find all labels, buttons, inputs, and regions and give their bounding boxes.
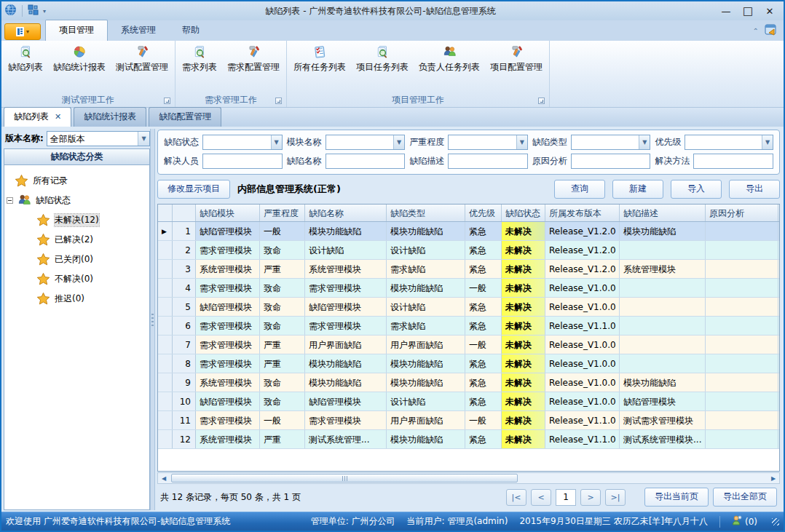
ribbon-button-需求列表[interactable]: 需求列表 xyxy=(177,43,222,74)
ribbon-tab-系统管理[interactable]: 系统管理 xyxy=(108,20,169,41)
table-row[interactable]: 7需求管理模块严重用户界面缺陷用户界面缺陷一般未解决Release_V1.0.0 xyxy=(158,336,779,354)
minimize-button[interactable]: — xyxy=(715,3,737,19)
column-header-module[interactable]: 缺陷模块 xyxy=(196,205,260,221)
scrollbar-thumb[interactable] xyxy=(171,474,518,483)
column-header-release[interactable]: 所属发布版本 xyxy=(545,205,620,221)
action-button-新建[interactable]: 新建 xyxy=(612,180,663,199)
column-header-cause[interactable]: 原因分析 xyxy=(706,205,778,221)
table-row[interactable]: 5缺陷管理模块致命缺陷管理模块设计缺陷紧急未解决Release_V1.0.0 xyxy=(158,298,779,317)
first-page-button[interactable]: |< xyxy=(506,489,526,506)
cell-type: 设计缺陷 xyxy=(387,298,465,316)
horizontal-scrollbar[interactable]: ◀ ▶ xyxy=(157,472,780,484)
prev-page-button[interactable]: < xyxy=(531,489,551,506)
table-row[interactable]: 2需求管理模块致命设计缺陷设计缺陷紧急未解决Release_V1.2.0 xyxy=(158,241,779,260)
column-header-num[interactable] xyxy=(173,205,196,221)
tree-node[interactable]: 已解决(2) xyxy=(4,230,149,250)
column-header-name[interactable]: 缺陷名称 xyxy=(305,205,387,221)
chevron-down-icon[interactable]: ▼ xyxy=(271,135,282,149)
chevron-down-icon[interactable]: ▼ xyxy=(393,135,404,149)
table-row[interactable]: 9系统管理模块致命模块功能缺陷模块功能缺陷紧急未解决Release_V1.0.0… xyxy=(158,373,779,392)
action-button-导出[interactable]: 导出 xyxy=(729,180,780,199)
filter-input[interactable] xyxy=(326,154,406,169)
filter-combo[interactable]: ▼ xyxy=(448,135,528,150)
table-row[interactable]: 12系统管理模块严重测试系统管理...模块功能缺陷紧急未解决Release_V1… xyxy=(158,430,779,449)
filter-combo[interactable]: ▼ xyxy=(202,135,283,150)
collapse-ribbon-icon[interactable]: ⌃ xyxy=(753,27,759,35)
last-page-button[interactable]: >| xyxy=(605,489,626,506)
column-header-severity[interactable]: 严重程度 xyxy=(260,205,305,221)
app-globe-icon[interactable] xyxy=(4,4,17,18)
column-header-status[interactable]: 缺陷状态 xyxy=(502,205,545,221)
table-row[interactable]: 10缺陷管理模块致命缺陷管理模块设计缺陷紧急未解决Release_V1.0.0缺… xyxy=(158,392,779,411)
export-all-pages-button[interactable]: 导出全部页 xyxy=(713,488,777,507)
collapse-node-icon[interactable] xyxy=(7,197,13,204)
column-header-priority[interactable]: 优先级 xyxy=(465,205,502,221)
scroll-right-icon[interactable]: ▶ xyxy=(768,473,779,483)
chevron-down-icon[interactable]: ▼ xyxy=(639,135,650,149)
dialog-launcher-icon[interactable] xyxy=(164,98,170,104)
table-row[interactable]: 11需求管理模块一般需求管理模块用户界面缺陷一般未解决Release_V1.1.… xyxy=(158,411,779,430)
action-button-查询[interactable]: 查询 xyxy=(554,180,605,199)
action-button-导入[interactable]: 导入 xyxy=(671,180,722,199)
dialog-launcher-icon[interactable] xyxy=(275,98,282,104)
tree-node[interactable]: 所有记录 xyxy=(4,171,149,191)
tree-node[interactable]: 未解决(12) xyxy=(4,210,149,230)
column-header-type[interactable]: 缺陷类型 xyxy=(387,205,465,221)
chevron-down-icon[interactable]: ▼ xyxy=(138,132,149,146)
filter-input[interactable] xyxy=(202,154,283,169)
resize-grip[interactable] xyxy=(772,518,779,525)
tree-node[interactable]: 推迟(0) xyxy=(4,289,149,309)
cell-severity: 严重 xyxy=(260,336,305,354)
doc-tab-缺陷配置管理[interactable]: 缺陷配置管理 xyxy=(149,107,221,127)
filter-combo[interactable]: ▼ xyxy=(571,135,651,150)
table-row[interactable]: ▶1缺陷管理模块一般模块功能缺陷模块功能缺陷紧急未解决Release_V1.2.… xyxy=(158,222,779,241)
tree-node[interactable]: 缺陷状态 xyxy=(4,191,149,210)
filter-input[interactable] xyxy=(693,154,773,169)
help-icon[interactable] xyxy=(765,24,778,38)
ribbon-button-缺陷列表[interactable]: 缺陷列表 xyxy=(3,43,48,74)
chevron-down-icon[interactable]: ▼ xyxy=(762,135,773,149)
column-header-method[interactable]: 解决方法 xyxy=(778,205,780,221)
ribbon-button-负责人任务列表[interactable]: 负责人任务列表 xyxy=(414,43,485,74)
ribbon-button-项目任务列表[interactable]: 项目任务列表 xyxy=(351,43,414,74)
ribbon-button-需求配置管理[interactable]: 需求配置管理 xyxy=(222,43,285,74)
filter-label: 解决人员 xyxy=(164,155,199,167)
chevron-down-icon[interactable]: ▼ xyxy=(516,135,527,149)
ribbon-button-项目配置管理[interactable]: 项目配置管理 xyxy=(485,43,548,74)
filter-combo[interactable]: ▼ xyxy=(685,135,773,150)
splitter-handle[interactable] xyxy=(150,129,155,510)
doc-tab-缺陷列表[interactable]: 缺陷列表✕ xyxy=(4,107,71,127)
scroll-left-icon[interactable]: ◀ xyxy=(158,473,170,483)
page-number-input[interactable]: 1 xyxy=(556,489,576,506)
filter-input[interactable] xyxy=(448,154,528,169)
ribbon-body: 缺陷列表缺陷统计报表测试配置管理测试管理工作需求列表需求配置管理需求管理工作所有… xyxy=(1,41,784,108)
column-header-desc[interactable]: 缺陷描述 xyxy=(620,205,706,221)
ribbon-button-缺陷统计报表[interactable]: 缺陷统计报表 xyxy=(48,43,111,74)
ribbon-tab-项目管理[interactable]: 项目管理 xyxy=(45,20,108,41)
maximize-button[interactable]: □ xyxy=(737,3,759,19)
filter-combo[interactable]: ▼ xyxy=(326,135,406,150)
ribbon-button-所有任务列表[interactable]: 所有任务列表 xyxy=(288,43,351,74)
customize-grid-icon[interactable] xyxy=(28,4,39,17)
table-row[interactable]: 6需求管理模块致命需求管理模块需求缺陷紧急未解决Release_V1.1.0 xyxy=(158,317,779,336)
filter-input[interactable] xyxy=(571,154,651,169)
tree-node-label: 未解决(12) xyxy=(55,214,99,226)
tree-node[interactable]: 已关闭(0) xyxy=(4,250,149,269)
tree-node[interactable]: 不解决(0) xyxy=(4,269,149,289)
close-button[interactable]: ✕ xyxy=(759,3,781,19)
table-row[interactable]: 3系统管理模块严重系统管理模块需求缺陷紧急未解决Release_V1.2.0系统… xyxy=(158,260,779,279)
dialog-launcher-icon[interactable] xyxy=(538,98,545,104)
close-tab-icon[interactable]: ✕ xyxy=(55,112,61,122)
ribbon-tab-帮助[interactable]: 帮助 xyxy=(169,20,213,41)
application-menu-button[interactable]: ▾ xyxy=(4,23,41,40)
export-current-page-button[interactable]: 导出当前页 xyxy=(644,488,709,507)
table-row[interactable]: 4需求管理模块致命需求管理模块模块功能缺陷一般未解决Release_V1.0.0 xyxy=(158,279,779,298)
next-page-button[interactable]: > xyxy=(580,489,601,506)
column-header-indicator[interactable] xyxy=(158,205,173,221)
ribbon-button-测试配置管理[interactable]: 测试配置管理 xyxy=(111,43,173,74)
table-row[interactable]: 8需求管理模块严重模块功能缺陷模块功能缺陷紧急未解决Release_V1.0.0 xyxy=(158,354,779,373)
doc-tab-缺陷统计报表[interactable]: 缺陷统计报表 xyxy=(74,107,146,127)
modify-columns-button[interactable]: 修改显示项目 xyxy=(157,180,230,199)
scrollbar-track[interactable] xyxy=(170,473,768,483)
version-combo[interactable]: 全部版本 ▼ xyxy=(47,131,150,146)
